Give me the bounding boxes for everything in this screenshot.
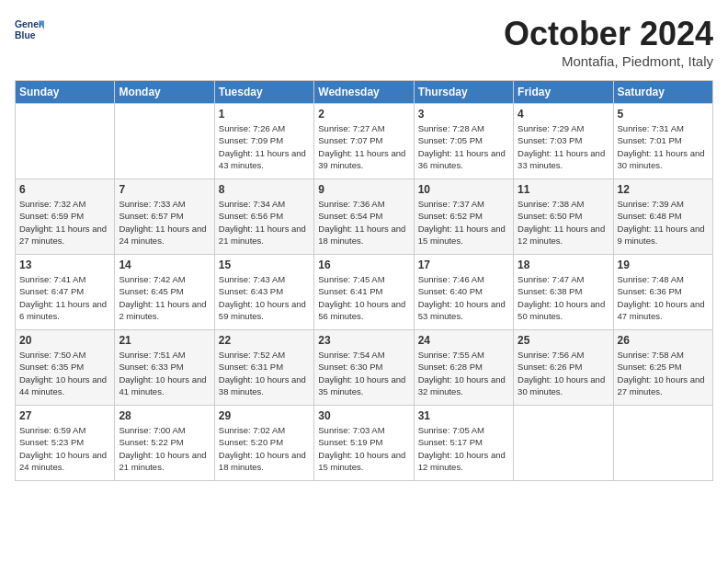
day-info: Sunrise: 7:55 AM Sunset: 6:28 PM Dayligh… xyxy=(418,349,509,397)
calendar-cell: 30Sunrise: 7:03 AM Sunset: 5:19 PM Dayli… xyxy=(314,406,414,481)
calendar-cell: 1Sunrise: 7:26 AM Sunset: 7:09 PM Daylig… xyxy=(214,104,313,179)
calendar-week-row: 27Sunrise: 6:59 AM Sunset: 5:23 PM Dayli… xyxy=(16,406,713,481)
day-number: 23 xyxy=(318,334,409,347)
calendar-cell: 13Sunrise: 7:41 AM Sunset: 6:47 PM Dayli… xyxy=(16,255,115,330)
calendar-cell: 3Sunrise: 7:28 AM Sunset: 7:05 PM Daylig… xyxy=(414,104,513,179)
calendar-cell: 27Sunrise: 6:59 AM Sunset: 5:23 PM Dayli… xyxy=(16,406,115,481)
calendar-cell: 22Sunrise: 7:52 AM Sunset: 6:31 PM Dayli… xyxy=(214,330,313,406)
day-number: 19 xyxy=(618,259,709,271)
day-number: 24 xyxy=(418,334,509,347)
day-info: Sunrise: 7:47 AM Sunset: 6:38 PM Dayligh… xyxy=(518,273,609,322)
day-number: 15 xyxy=(219,259,310,271)
calendar-cell: 28Sunrise: 7:00 AM Sunset: 5:22 PM Dayli… xyxy=(115,406,214,481)
day-header-thursday: Thursday xyxy=(414,81,513,104)
calendar-week-row: 13Sunrise: 7:41 AM Sunset: 6:47 PM Dayli… xyxy=(16,255,713,330)
calendar-cell: 8Sunrise: 7:34 AM Sunset: 6:56 PM Daylig… xyxy=(214,179,313,255)
day-number: 9 xyxy=(318,183,409,196)
day-info: Sunrise: 7:02 AM Sunset: 5:20 PM Dayligh… xyxy=(219,424,310,473)
day-info: Sunrise: 7:39 AM Sunset: 6:48 PM Dayligh… xyxy=(618,198,709,247)
calendar-cell: 24Sunrise: 7:55 AM Sunset: 6:28 PM Dayli… xyxy=(414,330,513,406)
calendar-cell: 14Sunrise: 7:42 AM Sunset: 6:45 PM Dayli… xyxy=(115,255,214,330)
calendar-cell: 11Sunrise: 7:38 AM Sunset: 6:50 PM Dayli… xyxy=(514,179,613,255)
logo-icon: General Blue xyxy=(15,15,44,44)
day-info: Sunrise: 7:58 AM Sunset: 6:25 PM Dayligh… xyxy=(618,349,709,397)
day-number: 17 xyxy=(418,259,509,271)
day-info: Sunrise: 7:42 AM Sunset: 6:45 PM Dayligh… xyxy=(119,273,210,322)
day-info: Sunrise: 7:38 AM Sunset: 6:50 PM Dayligh… xyxy=(518,198,609,247)
calendar-cell: 21Sunrise: 7:51 AM Sunset: 6:33 PM Dayli… xyxy=(115,330,214,406)
day-number: 7 xyxy=(119,183,210,196)
day-number: 16 xyxy=(318,259,409,271)
day-number: 29 xyxy=(219,409,310,422)
calendar-cell: 16Sunrise: 7:45 AM Sunset: 6:41 PM Dayli… xyxy=(314,255,414,330)
day-number: 26 xyxy=(618,334,709,347)
calendar-cell: 31Sunrise: 7:05 AM Sunset: 5:17 PM Dayli… xyxy=(414,406,513,481)
calendar-header-row: SundayMondayTuesdayWednesdayThursdayFrid… xyxy=(16,81,713,104)
day-info: Sunrise: 7:52 AM Sunset: 6:31 PM Dayligh… xyxy=(219,349,310,397)
day-info: Sunrise: 7:46 AM Sunset: 6:40 PM Dayligh… xyxy=(418,273,509,322)
logo: General Blue xyxy=(15,15,44,44)
day-info: Sunrise: 7:27 AM Sunset: 7:07 PM Dayligh… xyxy=(318,122,409,171)
day-header-friday: Friday xyxy=(514,81,613,104)
day-info: Sunrise: 7:36 AM Sunset: 6:54 PM Dayligh… xyxy=(318,198,409,247)
day-number: 4 xyxy=(518,108,609,121)
day-header-saturday: Saturday xyxy=(613,81,712,104)
day-number: 1 xyxy=(219,108,310,121)
day-header-monday: Monday xyxy=(115,81,214,104)
calendar-cell: 2Sunrise: 7:27 AM Sunset: 7:07 PM Daylig… xyxy=(314,104,414,179)
calendar-cell xyxy=(613,406,712,481)
location: Montafia, Piedmont, Italy xyxy=(504,53,713,69)
calendar-cell xyxy=(514,406,613,481)
day-number: 14 xyxy=(119,259,210,271)
day-header-sunday: Sunday xyxy=(16,81,115,104)
day-number: 5 xyxy=(618,108,709,121)
day-number: 28 xyxy=(119,409,210,422)
calendar-cell xyxy=(16,104,115,179)
calendar-cell: 25Sunrise: 7:56 AM Sunset: 6:26 PM Dayli… xyxy=(514,330,613,406)
calendar-cell: 29Sunrise: 7:02 AM Sunset: 5:20 PM Dayli… xyxy=(214,406,313,481)
day-info: Sunrise: 7:03 AM Sunset: 5:19 PM Dayligh… xyxy=(318,424,409,473)
calendar-cell: 9Sunrise: 7:36 AM Sunset: 6:54 PM Daylig… xyxy=(314,179,414,255)
calendar-cell: 10Sunrise: 7:37 AM Sunset: 6:52 PM Dayli… xyxy=(414,179,513,255)
day-number: 27 xyxy=(19,409,110,422)
day-info: Sunrise: 7:41 AM Sunset: 6:47 PM Dayligh… xyxy=(19,273,110,322)
day-info: Sunrise: 7:31 AM Sunset: 7:01 PM Dayligh… xyxy=(618,122,709,171)
day-info: Sunrise: 7:50 AM Sunset: 6:35 PM Dayligh… xyxy=(19,349,110,397)
day-info: Sunrise: 7:32 AM Sunset: 6:59 PM Dayligh… xyxy=(19,198,110,247)
calendar-cell: 26Sunrise: 7:58 AM Sunset: 6:25 PM Dayli… xyxy=(613,330,712,406)
day-number: 11 xyxy=(518,183,609,196)
day-info: Sunrise: 7:28 AM Sunset: 7:05 PM Dayligh… xyxy=(418,122,509,171)
calendar-cell xyxy=(115,104,214,179)
day-info: Sunrise: 7:33 AM Sunset: 6:57 PM Dayligh… xyxy=(119,198,210,247)
day-info: Sunrise: 7:05 AM Sunset: 5:17 PM Dayligh… xyxy=(418,424,509,473)
calendar-cell: 7Sunrise: 7:33 AM Sunset: 6:57 PM Daylig… xyxy=(115,179,214,255)
month-title: October 2024 xyxy=(504,15,713,53)
calendar-cell: 17Sunrise: 7:46 AM Sunset: 6:40 PM Dayli… xyxy=(414,255,513,330)
calendar-cell: 15Sunrise: 7:43 AM Sunset: 6:43 PM Dayli… xyxy=(214,255,313,330)
calendar-cell: 20Sunrise: 7:50 AM Sunset: 6:35 PM Dayli… xyxy=(16,330,115,406)
day-header-tuesday: Tuesday xyxy=(214,81,313,104)
calendar-week-row: 6Sunrise: 7:32 AM Sunset: 6:59 PM Daylig… xyxy=(16,179,713,255)
calendar-cell: 19Sunrise: 7:48 AM Sunset: 6:36 PM Dayli… xyxy=(613,255,712,330)
calendar-cell: 12Sunrise: 7:39 AM Sunset: 6:48 PM Dayli… xyxy=(613,179,712,255)
day-info: Sunrise: 7:45 AM Sunset: 6:41 PM Dayligh… xyxy=(318,273,409,322)
day-info: Sunrise: 7:48 AM Sunset: 6:36 PM Dayligh… xyxy=(618,273,709,322)
calendar-cell: 4Sunrise: 7:29 AM Sunset: 7:03 PM Daylig… xyxy=(514,104,613,179)
day-info: Sunrise: 7:51 AM Sunset: 6:33 PM Dayligh… xyxy=(119,349,210,397)
day-number: 22 xyxy=(219,334,310,347)
day-number: 12 xyxy=(618,183,709,196)
day-info: Sunrise: 7:00 AM Sunset: 5:22 PM Dayligh… xyxy=(119,424,210,473)
day-info: Sunrise: 7:29 AM Sunset: 7:03 PM Dayligh… xyxy=(518,122,609,171)
calendar-table: SundayMondayTuesdayWednesdayThursdayFrid… xyxy=(15,80,713,481)
day-header-wednesday: Wednesday xyxy=(314,81,414,104)
day-info: Sunrise: 7:26 AM Sunset: 7:09 PM Dayligh… xyxy=(219,122,310,171)
day-number: 6 xyxy=(19,183,110,196)
day-number: 30 xyxy=(318,409,409,422)
calendar-cell: 18Sunrise: 7:47 AM Sunset: 6:38 PM Dayli… xyxy=(514,255,613,330)
day-info: Sunrise: 7:54 AM Sunset: 6:30 PM Dayligh… xyxy=(318,349,409,397)
calendar-cell: 5Sunrise: 7:31 AM Sunset: 7:01 PM Daylig… xyxy=(613,104,712,179)
calendar-cell: 23Sunrise: 7:54 AM Sunset: 6:30 PM Dayli… xyxy=(314,330,414,406)
day-number: 8 xyxy=(219,183,310,196)
day-number: 10 xyxy=(418,183,509,196)
day-number: 21 xyxy=(119,334,210,347)
